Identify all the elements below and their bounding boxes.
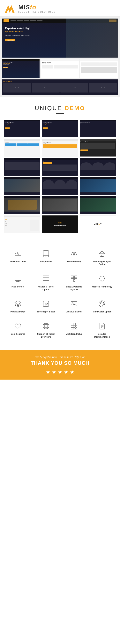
star-2: ★	[52, 369, 56, 375]
feature-label-6: Header & Footer Option	[34, 285, 58, 291]
dm-img-10	[4, 179, 40, 192]
dm-nav-12	[80, 177, 116, 179]
dm-hero-2: Experience And HighQuality Service Indus…	[42, 122, 78, 130]
demo-item-7: Contact Us	[4, 158, 40, 176]
light-nav-2	[80, 59, 118, 61]
dm-person-2	[54, 180, 66, 189]
services-title: Our Services	[3, 80, 117, 82]
unique-demo-section: UNIQUE DEMO Experience And HighQuality S…	[0, 97, 120, 237]
dm-nav-5	[42, 139, 78, 141]
mini-hero: Experience And HighQuality Service Indus…	[2, 61, 40, 69]
feature-label-15: Multi Icon Includ	[66, 332, 83, 335]
dm-hero-11	[42, 179, 78, 190]
dm-nav-7	[4, 158, 40, 160]
preview-img	[81, 67, 117, 72]
dm-title-5: Make People Best	[43, 142, 77, 143]
demo-item-8: Special Offer	[42, 158, 78, 176]
hero-cta-btn[interactable]: Learn More	[5, 39, 15, 41]
dm-img-12	[80, 179, 116, 192]
mini-text: Industrial solutions	[3, 64, 39, 65]
dm-title-6: Industrial Service	[80, 141, 115, 142]
svg-text:B4: B4	[44, 303, 48, 306]
dm-sub-2: Industrial solutions	[43, 125, 78, 126]
apps-icon	[69, 321, 79, 331]
logo-text-block: MISto INDUSTRIAL SOLUTIONS	[18, 4, 56, 13]
feature-label-10: Bootstrap 4 Based	[36, 310, 55, 313]
svg-point-38	[100, 303, 101, 304]
unique-demo-normal: UNIQUE	[35, 105, 64, 111]
dm-nav-14	[42, 196, 78, 198]
lightbulb-svg	[99, 275, 106, 282]
dm-hero-8: Special Offer	[42, 160, 78, 172]
light-nav	[41, 59, 79, 61]
dm-card-orange	[43, 144, 77, 148]
dm-nav-6	[80, 139, 116, 140]
feature-bootstrap: B4 Bootstrap 4 Based	[32, 295, 60, 317]
light-text: The largest Industrial	[42, 63, 78, 64]
mini-cta: Learn More	[3, 67, 8, 68]
feature-label-5: Pixel Perfect	[11, 285, 24, 288]
feature-browsers: Support all major Browsers	[32, 317, 60, 342]
dm-form	[5, 162, 40, 170]
dm-person-3	[66, 180, 77, 189]
logo-s: S	[26, 4, 30, 11]
demo-item-13	[4, 196, 40, 214]
feature-creative-banner: Creative Banner	[60, 295, 88, 317]
logo-mi: MI	[18, 4, 26, 11]
svg-rect-49	[76, 323, 77, 325]
svg-rect-14	[101, 255, 103, 256]
svg-rect-54	[73, 328, 75, 329]
globe-svg	[42, 322, 49, 330]
svg-point-10	[46, 256, 46, 256]
dm-title: Experience And HighQuality Service	[5, 122, 40, 124]
misto-tt: ™	[100, 223, 102, 226]
footer-main-text: THANK YOU SO MUCH	[4, 360, 116, 366]
dm-btn: Learn More	[5, 128, 10, 128]
svg-point-41	[104, 304, 105, 304]
demo-item-coming-soon: MISto COMING SOON	[42, 216, 78, 233]
feature-label-4: Homepage Layout Option	[90, 260, 114, 266]
file-icon	[97, 321, 107, 331]
dm-title-9: Our Team	[80, 160, 115, 162]
dm-person-1	[43, 180, 54, 189]
dm-nav-16	[4, 216, 40, 217]
dm-nav-10	[4, 177, 40, 179]
preview-dark-1: Experience And HighQuality Service Indus…	[2, 59, 40, 78]
feature-pixel: Pixel Perfect	[4, 270, 32, 295]
misto-to: to	[98, 223, 100, 226]
preview-row-1: Experience And HighQuality Service Indus…	[2, 59, 118, 78]
svg-rect-48	[73, 323, 75, 325]
dm-img-15	[80, 198, 116, 212]
unique-demo-underline	[56, 114, 64, 114]
coming-soon-box: MISto COMING SOON	[42, 216, 78, 233]
dm-offer	[43, 162, 52, 164]
mini-title: Experience And HighQuality Service	[3, 62, 39, 64]
feature-parallax: Parallax Image	[4, 295, 32, 317]
star-1: ★	[46, 369, 50, 375]
coming-soon-logo: MISto	[58, 222, 63, 224]
layout-svg	[42, 275, 49, 282]
dm-img-left	[80, 143, 98, 149]
light-title: About Our Company	[42, 62, 78, 63]
svg-rect-23	[71, 276, 74, 278]
demo-item-9: Our Team	[80, 158, 116, 176]
svg-rect-15	[15, 276, 21, 280]
dm-hero: Experience And HighQuality Service Indus…	[4, 122, 40, 130]
dm-nav-2	[42, 120, 78, 122]
header: MISto INDUSTRIAL SOLUTIONS	[0, 0, 120, 16]
light-content: About Our Company The largest Industrial	[41, 61, 79, 69]
demo-item-numbers: 61 7 25 26	[4, 216, 40, 233]
dm-team-2	[92, 162, 104, 170]
feature-icons: Multi Icon Includ	[60, 317, 88, 342]
svg-line-7	[18, 254, 19, 254]
svg-point-39	[101, 302, 102, 302]
feature-label-13: Cool Feutures	[11, 332, 25, 335]
dm-btn-2: Learn More	[43, 128, 48, 128]
dm-nav-13	[4, 196, 40, 198]
service-card-4: Service 4	[89, 83, 117, 92]
svg-rect-19	[43, 276, 49, 282]
dm-card-blue-1	[5, 144, 16, 146]
grid-icon	[69, 274, 79, 284]
layout-icon	[41, 274, 51, 284]
bootstrap-svg: B4	[42, 300, 49, 307]
